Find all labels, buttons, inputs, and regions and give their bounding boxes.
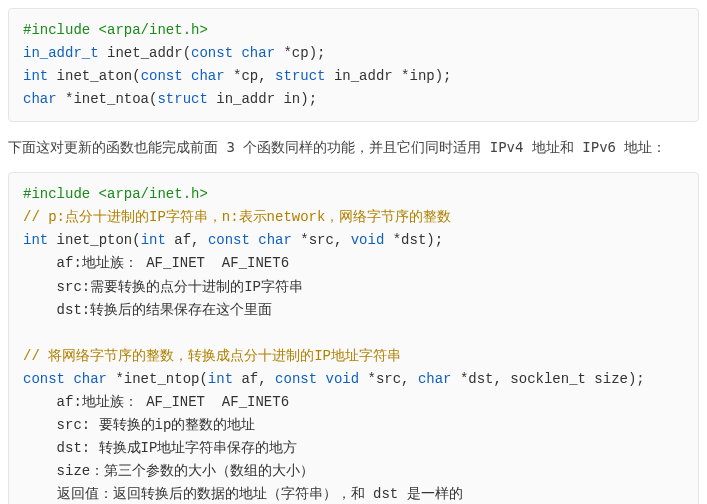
desc-line: dst:转换后的结果保存在这个里面 [23, 302, 272, 318]
paragraph-text: 下面这对更新的函数也能完成前面 3 个函数同样的功能，并且它们同时适用 IPv4… [8, 136, 699, 160]
desc-line: src:需要转换的点分十进制的IP字符串 [23, 279, 303, 295]
code: *src, [359, 371, 418, 387]
keyword: void [351, 232, 385, 248]
code: *inet_ntop( [107, 371, 208, 387]
code: inet_aton( [48, 68, 140, 84]
code: *dst, socklen_t size); [452, 371, 645, 387]
code: inet_addr( [99, 45, 191, 61]
code: in_addr in); [208, 91, 317, 107]
desc-line: dst: 转换成IP地址字符串保存的地方 [23, 440, 297, 456]
keyword: const char [208, 232, 292, 248]
include-directive: #include <arpa/inet.h> [23, 22, 208, 38]
code: *cp, [225, 68, 275, 84]
comment: // 将网络字节序的整数，转换成点分十进制的IP地址字符串 [23, 348, 401, 364]
code: inet_pton( [48, 232, 140, 248]
comment: // p:点分十进制的IP字符串，n:表示network，网络字节序的整数 [23, 209, 451, 225]
keyword: char [23, 91, 57, 107]
keyword: struct [157, 91, 207, 107]
keyword: int [141, 232, 166, 248]
keyword: int [23, 68, 48, 84]
desc-line: 返回值：返回转换后的数据的地址（字符串），和 dst 是一样的 [23, 486, 463, 502]
keyword: char [418, 371, 452, 387]
code: *src, [292, 232, 351, 248]
code: *cp); [275, 45, 325, 61]
keyword: int [208, 371, 233, 387]
keyword: const void [275, 371, 359, 387]
desc-line: src: 要转换的ip的整数的地址 [23, 417, 255, 433]
keyword: const char [191, 45, 275, 61]
code: af, [166, 232, 208, 248]
keyword: int [23, 232, 48, 248]
code-block-2: #include <arpa/inet.h> // p:点分十进制的IP字符串，… [8, 172, 699, 504]
desc-line: af:地址族： AF_INET AF_INET6 [23, 394, 289, 410]
keyword: struct [275, 68, 325, 84]
keyword: const char [141, 68, 225, 84]
code: *inet_ntoa( [57, 91, 158, 107]
code: af, [233, 371, 275, 387]
code: in_addr *inp); [326, 68, 452, 84]
keyword: const char [23, 371, 107, 387]
desc-line: af:地址族： AF_INET AF_INET6 [23, 255, 289, 271]
include-directive: #include <arpa/inet.h> [23, 186, 208, 202]
code: *dst); [384, 232, 443, 248]
desc-line: size：第三个参数的大小（数组的大小） [23, 463, 314, 479]
code-block-1: #include <arpa/inet.h> in_addr_t inet_ad… [8, 8, 699, 122]
type: in_addr_t [23, 45, 99, 61]
